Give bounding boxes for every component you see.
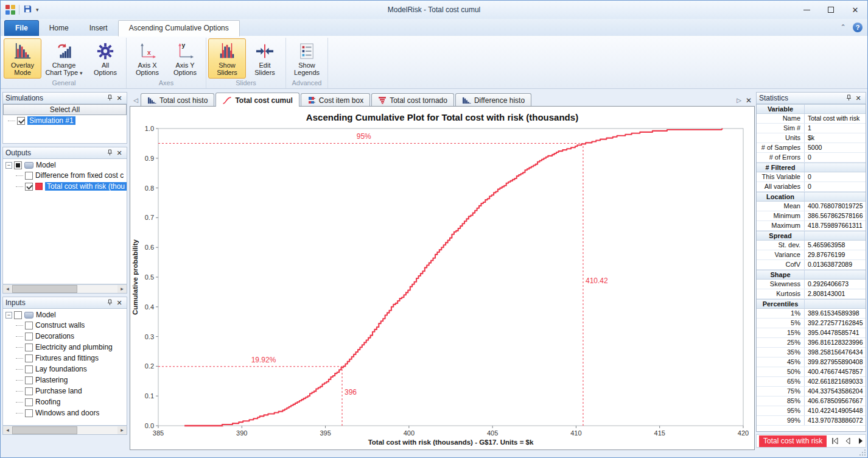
pin-icon[interactable] — [105, 149, 114, 157]
output-label[interactable]: Total cost with risk (thou — [45, 182, 127, 191]
outputs-root-item[interactable]: − Model — [3, 159, 127, 170]
edit-sliders-button[interactable]: Edit Sliders — [246, 38, 284, 79]
output-item[interactable]: Total cost with risk (thou — [3, 181, 127, 192]
resize-grip[interactable] — [859, 449, 866, 456]
input-checkbox[interactable] — [25, 398, 33, 406]
close-icon[interactable]: ✕ — [114, 149, 124, 157]
simulation-checkbox[interactable] — [17, 117, 25, 125]
variable-tab[interactable]: Total cost with risk — [759, 435, 827, 447]
tab-close-icon[interactable]: ✕ — [744, 95, 754, 106]
input-item[interactable]: Construct walls — [3, 320, 127, 331]
tab-total-cost-tornado[interactable]: Total cost tornado — [371, 93, 454, 106]
outputs-hscrollbar[interactable]: ◂ ▸ — [2, 284, 127, 294]
right-slider-prob-label[interactable]: 95% — [357, 132, 371, 141]
close-icon[interactable]: ✕ — [114, 299, 124, 307]
next-variable-icon[interactable] — [856, 437, 865, 445]
y-tick-label: 0.8 — [145, 185, 154, 192]
pin-icon[interactable] — [105, 94, 114, 102]
outputs-root-label[interactable]: Model — [36, 161, 56, 169]
model-icon — [24, 312, 33, 319]
input-item[interactable]: Plastering — [3, 375, 127, 386]
axis-x-options-button[interactable]: x Axis X Options — [128, 38, 166, 79]
pin-icon[interactable] — [105, 299, 114, 307]
pin-icon[interactable] — [844, 94, 853, 102]
left-slider-value-label[interactable]: 396 — [345, 388, 357, 396]
tab-scroll-right-icon[interactable]: ▷ — [734, 95, 744, 106]
output-checkbox[interactable] — [25, 183, 33, 191]
input-item[interactable]: Electricity and plumbing — [3, 342, 127, 353]
input-checkbox[interactable] — [25, 333, 33, 340]
scroll-right-icon[interactable]: ▸ — [117, 426, 127, 434]
tab-cost-item-box[interactable]: Cost item box — [301, 93, 370, 106]
tab-difference-histo[interactable]: Difference histo — [455, 93, 531, 106]
previous-variable-icon[interactable] — [844, 437, 852, 445]
input-item[interactable]: Fixtures and fittings — [3, 353, 127, 364]
scrollbar-thumb[interactable] — [12, 426, 77, 434]
tab-ascending-cumulative-options[interactable]: Ascending Cumulative Options — [118, 20, 240, 37]
y-tick-label: 0.3 — [145, 333, 154, 340]
left-slider-prob-label[interactable]: 19.92% — [251, 356, 276, 364]
input-item[interactable]: Windows and doors — [3, 407, 127, 418]
all-options-button[interactable]: All Options — [86, 38, 124, 79]
input-label[interactable]: Windows and doors — [35, 409, 99, 417]
input-checkbox[interactable] — [25, 409, 33, 417]
output-checkbox[interactable] — [25, 172, 33, 180]
input-item[interactable]: Lay foundations — [3, 364, 127, 375]
collapse-ribbon-icon[interactable]: ⌃ — [838, 23, 848, 32]
inputs-root-label[interactable]: Model — [36, 311, 56, 319]
input-checkbox[interactable] — [25, 387, 33, 395]
axis-y-options-button[interactable]: y Axis Y Options — [166, 38, 204, 79]
inputs-root-item[interactable]: − Model — [3, 309, 127, 320]
tab-total-cost-cumul[interactable]: Total cost cumul — [215, 93, 299, 107]
tree-connector — [16, 347, 23, 348]
input-label[interactable]: Construct walls — [35, 321, 85, 329]
input-item[interactable]: Purchase land — [3, 386, 127, 396]
statistics-table: VariableNameTotal cost with riskSim #1Un… — [756, 104, 866, 432]
stats-section-header: Location — [757, 192, 866, 202]
outputs-root-checkbox[interactable] — [14, 161, 22, 169]
scroll-right-icon[interactable]: ▸ — [117, 285, 127, 293]
input-label[interactable]: Electricity and plumbing — [35, 343, 113, 351]
input-label[interactable]: Fixtures and fittings — [35, 354, 99, 362]
input-item[interactable]: Decorations — [3, 331, 127, 342]
close-icon[interactable]: ✕ — [853, 94, 863, 102]
tree-expander-icon[interactable]: − — [5, 312, 12, 319]
tree-expander-icon[interactable]: − — [5, 162, 12, 169]
change-chart-type-button[interactable]: Change Chart Type ▾ — [41, 38, 86, 79]
input-checkbox[interactable] — [25, 354, 33, 362]
help-icon[interactable]: ? — [853, 23, 863, 32]
show-sliders-button[interactable]: Show Sliders — [208, 38, 246, 79]
tab-home[interactable]: Home — [39, 21, 79, 36]
scrollbar-thumb[interactable] — [12, 285, 77, 293]
axis-y-icon: y — [175, 41, 195, 62]
scroll-left-icon[interactable]: ◂ — [3, 285, 12, 293]
tab-file[interactable]: File — [4, 20, 39, 36]
close-icon[interactable]: ✕ — [114, 94, 124, 102]
input-label[interactable]: Decorations — [35, 332, 74, 340]
input-item[interactable]: Roofing — [3, 396, 127, 407]
input-checkbox[interactable] — [25, 322, 33, 329]
input-label[interactable]: Roofing — [35, 398, 60, 406]
simulation-label[interactable]: Simulation #1 — [27, 116, 75, 125]
first-variable-icon[interactable] — [831, 437, 839, 445]
tab-scroll-left-icon[interactable]: ◁ — [131, 95, 141, 106]
tab-total-cost-histo[interactable]: Total cost histo — [141, 93, 214, 106]
input-checkbox[interactable] — [25, 344, 33, 351]
right-slider-value-label[interactable]: 410.42 — [586, 277, 608, 285]
input-label[interactable]: Lay foundations — [35, 365, 87, 373]
scroll-left-icon[interactable]: ◂ — [3, 426, 12, 434]
input-checkbox[interactable] — [25, 376, 33, 384]
simulation-item[interactable]: Simulation #1 — [3, 115, 127, 126]
input-label[interactable]: Plastering — [35, 376, 68, 384]
show-legends-button[interactable]: Show Legends — [288, 38, 326, 79]
overlay-mode-button[interactable]: Overlay Mode — [4, 38, 41, 79]
stats-row: Variance29.87676199 — [757, 250, 866, 260]
output-label[interactable]: Difference from fixed cost c — [35, 171, 124, 180]
input-label[interactable]: Purchase land — [35, 387, 82, 395]
select-all-button[interactable]: Select All — [3, 104, 127, 115]
output-item[interactable]: Difference from fixed cost c — [3, 170, 127, 181]
inputs-root-checkbox[interactable] — [14, 311, 22, 319]
input-checkbox[interactable] — [25, 365, 33, 373]
tab-insert[interactable]: Insert — [79, 21, 118, 36]
inputs-hscrollbar[interactable]: ◂ ▸ — [2, 426, 127, 435]
